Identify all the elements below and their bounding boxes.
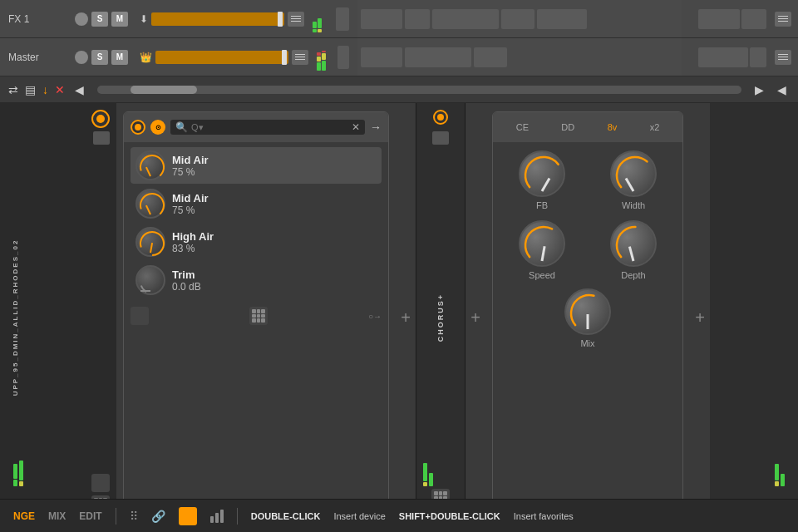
nav-arrow-right[interactable]: ▶ [751, 83, 767, 96]
chorus-plus-header: CE DD 8v x2 [493, 112, 682, 142]
scroll-thumb[interactable] [131, 86, 197, 94]
svg-point-6 [520, 222, 567, 268]
toolbar-list-icon[interactable]: ▤ [25, 83, 36, 96]
knob-trim-value: 0.0 dB [172, 281, 201, 293]
toolbar-close-icon[interactable]: ✕ [55, 83, 65, 96]
plugin-fresh-air: ⊙ 🔍 ✕ → Mid [123, 111, 389, 524]
knob-high-air-visual[interactable] [135, 227, 165, 257]
chorus-tab-ce[interactable]: CE [513, 121, 532, 134]
search-icon: 🔍 [175, 121, 188, 133]
chorus-knob-speed[interactable] [519, 220, 565, 267]
chorus-knob-speed-label: Speed [529, 270, 555, 280]
track-mute-master[interactable]: M [111, 50, 128, 65]
chorus-knob-width[interactable] [610, 150, 657, 197]
track-segs-master [357, 38, 682, 76]
fader-menu-master[interactable] [292, 50, 308, 65]
main-content-row: UPP_95_DMIN_ALLID_RHODES_02 [0, 103, 798, 532]
strip-file-icon[interactable] [93, 131, 110, 145]
rseg-fx1-1 [698, 9, 740, 29]
chorus-tab-dd[interactable]: DD [558, 121, 578, 134]
track-solo-fx1[interactable]: S [91, 12, 108, 27]
fresh-air-grid-btn[interactable] [249, 307, 268, 325]
status-item-nge[interactable]: NGE [13, 510, 35, 522]
strip-square-btn[interactable] [91, 474, 110, 492]
fresh-air-brand-icon[interactable]: ⊙ [150, 120, 165, 135]
toolbar-down-icon[interactable]: ↓ [42, 83, 48, 96]
knob-mid-air-2-visual[interactable] [135, 189, 165, 219]
seg-master-3 [474, 47, 507, 67]
chorus-knob-mix[interactable] [564, 288, 611, 335]
svg-point-0 [137, 152, 167, 182]
nav-arrow-right2[interactable]: ◀ [774, 83, 790, 96]
status-dots-icon[interactable]: ⠿ [130, 510, 138, 523]
knob-mid-air-1-value: 75 % [172, 166, 209, 178]
toolbar-exchange-icon[interactable]: ⇄ [8, 83, 18, 96]
add-device-btn-2[interactable]: + [466, 103, 485, 532]
track-circle-fx1[interactable] [75, 12, 88, 26]
track-menu-right-fx1[interactable] [775, 12, 791, 27]
fresh-air-power-btn[interactable] [131, 120, 145, 135]
chorus-knob-item-speed: Speed [501, 220, 583, 280]
chorus-tab-x2[interactable]: x2 [647, 121, 663, 134]
fader-bar-fx1[interactable] [151, 12, 284, 26]
status-link-icon[interactable]: 🔗 [151, 510, 165, 523]
chorus-knob-mix-indicator [587, 314, 589, 329]
chorus-knob-item-depth: Depth [593, 220, 674, 280]
status-item-mix[interactable]: MIX [48, 510, 66, 522]
fader-menu-fx1[interactable] [288, 12, 304, 27]
fresh-air-square-btn[interactable] [131, 307, 149, 325]
track-mute-fx1[interactable]: M [111, 12, 128, 27]
chorus-strip-label: CHORUS+ [436, 293, 445, 342]
knob-row-mid-air-1[interactable]: Mid Air 75 % [131, 147, 382, 184]
chorus-mix-row: Mix [493, 288, 682, 357]
chorus-strip-power[interactable] [433, 110, 448, 125]
status-square-btn[interactable] [179, 507, 197, 525]
fresh-air-nav-arrow[interactable]: → [370, 121, 382, 134]
strip-power-btn[interactable] [91, 110, 110, 128]
svg-point-4 [520, 152, 567, 199]
chorus-knob-fb[interactable] [519, 150, 565, 197]
track-label-master: Master [8, 52, 66, 63]
status-item-edit[interactable]: EDIT [79, 510, 101, 522]
chorus-tab-8v[interactable]: 8v [604, 121, 621, 134]
chorus-knob-depth[interactable] [610, 220, 657, 267]
svg-point-7 [612, 222, 658, 268]
knob-row-trim[interactable]: Trim 0.0 dB [131, 262, 382, 298]
track-right-end-master [682, 38, 798, 76]
add-device-btn-1[interactable]: + [396, 103, 416, 532]
knob-trim-indicator [140, 290, 150, 292]
status-bars-icon[interactable] [210, 510, 224, 523]
fader-container-master: 👑 [140, 50, 308, 65]
chorus-knob-item-mix: Mix [564, 288, 611, 348]
nav-arrow-left[interactable]: ◀ [71, 83, 87, 96]
add-device-btn-3[interactable]: + [690, 103, 710, 532]
fader-arrow-fx1: ⬇ [140, 13, 148, 25]
knob-row-mid-air-2[interactable]: Mid Air 75 % [131, 185, 382, 222]
fresh-air-search-input[interactable] [191, 122, 348, 132]
search-clear-icon[interactable]: ✕ [352, 121, 360, 133]
knob-trim-visual[interactable] [135, 265, 165, 295]
knob-trim-name: Trim [172, 268, 201, 281]
track-menu-right-master[interactable] [775, 50, 791, 65]
right-area [710, 103, 798, 532]
fresh-air-arrow-btn[interactable]: ○→ [368, 312, 382, 321]
track-row-fx1: FX 1 S M ⬇ [0, 0, 798, 38]
fader-bar-master[interactable] [155, 51, 288, 64]
track-circle-master[interactable] [75, 51, 88, 64]
status-bar: NGE MIX EDIT ⠿ 🔗 DOUBLE-CLICK Insert dev… [0, 499, 798, 532]
scroll-area [97, 86, 741, 94]
fresh-air-search-box: 🔍 ✕ [170, 120, 365, 135]
fader-handle-fx1 [278, 12, 283, 27]
track-solo-master[interactable]: S [91, 50, 108, 65]
track-controls-fx1: S M [75, 12, 128, 27]
knob-mid-air-1-visual[interactable] [135, 150, 165, 180]
knob-row-high-air[interactable]: High Air 83 % [131, 224, 382, 260]
plugin-chorus-plus: CE DD 8v x2 FB [492, 111, 683, 524]
chorus-file-icon[interactable] [432, 131, 449, 145]
seg-fx1-1 [361, 9, 402, 29]
toolbar-row: ⇄ ▤ ↓ ✕ ◀ ▶ ◀ [0, 76, 798, 103]
chorus-strip: CHORUS+ ○→ [416, 103, 466, 532]
shift-action: Insert favorites [514, 511, 574, 521]
scroll-track[interactable] [97, 86, 741, 94]
track-controls-master: S M [75, 50, 128, 65]
